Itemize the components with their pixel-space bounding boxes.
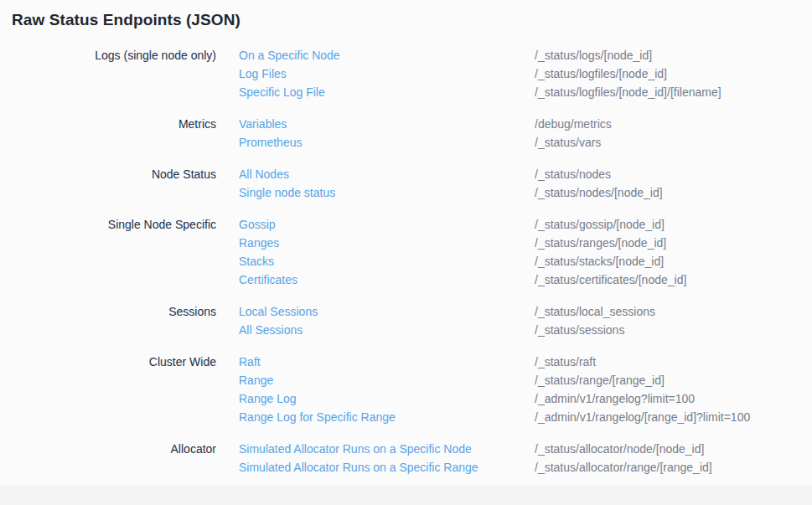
endpoint-link[interactable]: Certificates xyxy=(239,273,297,286)
endpoint-path: /_admin/v1/rangelog?limit=100 xyxy=(535,389,695,408)
endpoint-link-cell: All Nodes xyxy=(239,165,535,183)
endpoint-link-cell: Range Log for Specific Range xyxy=(239,408,535,426)
endpoint-path: /_status/vars xyxy=(535,133,601,152)
endpoint-row: Ranges/_status/ranges/[node_id] xyxy=(0,234,812,252)
endpoint-link[interactable]: Simulated Allocator Runs on a Specific N… xyxy=(239,442,472,456)
endpoint-link[interactable]: Local Sessions xyxy=(239,305,318,318)
endpoint-link[interactable]: Simulated Allocator Runs on a Specific R… xyxy=(239,461,478,474)
endpoint-link-cell: Certificates xyxy=(239,271,535,289)
category-label: Single Node Specific xyxy=(0,215,216,234)
endpoint-path: /_status/range/[range_id] xyxy=(535,371,665,389)
endpoint-section: Logs (single node only)On a Specific Nod… xyxy=(0,46,812,101)
debug-endpoints-page: Raw Status Endpoints (JSON) Logs (single… xyxy=(0,0,812,486)
endpoint-link-cell: Log Files xyxy=(239,64,535,83)
endpoint-path: /_status/raft xyxy=(535,353,596,371)
endpoint-section: Cluster WideRaft/_status/raftRange/_stat… xyxy=(0,353,812,426)
endpoint-path: /_status/nodes/[node_id] xyxy=(535,183,663,202)
endpoint-row: Log Files/_status/logfiles/[node_id] xyxy=(0,64,812,83)
endpoint-path: /_admin/v1/rangelog/[range_id]?limit=100 xyxy=(535,408,750,426)
endpoint-link-cell: Simulated Allocator Runs on a Specific N… xyxy=(239,440,535,458)
category-label: Metrics xyxy=(0,115,216,133)
endpoint-link-cell: Specific Log File xyxy=(239,83,535,101)
category-label: Node Status xyxy=(0,165,216,183)
endpoints-table: Logs (single node only)On a Specific Nod… xyxy=(0,29,812,477)
endpoint-path: /_status/logfiles/[node_id] xyxy=(535,64,667,83)
endpoint-link[interactable]: Variables xyxy=(239,117,287,131)
endpoint-link[interactable]: Stacks xyxy=(239,255,274,268)
endpoint-row: Node StatusAll Nodes/_status/nodes xyxy=(0,165,812,183)
endpoint-link[interactable]: All Sessions xyxy=(239,323,303,337)
endpoint-section: Single Node SpecificGossip/_status/gossi… xyxy=(0,215,812,289)
endpoint-link[interactable]: Prometheus xyxy=(239,136,302,149)
category-label: Logs (single node only) xyxy=(0,46,216,64)
endpoint-link-cell: Stacks xyxy=(239,252,535,271)
endpoint-path: /_status/allocator/range/[range_id] xyxy=(535,458,712,477)
endpoint-row: Specific Log File/_status/logfiles/[node… xyxy=(0,83,812,101)
endpoint-link-cell: Range xyxy=(239,371,535,389)
endpoint-row: MetricsVariables/debug/metrics xyxy=(0,115,812,133)
endpoint-row: Single Node SpecificGossip/_status/gossi… xyxy=(0,215,812,234)
endpoint-path: /_status/ranges/[node_id] xyxy=(535,234,666,252)
endpoint-link-cell: Local Sessions xyxy=(239,302,535,321)
endpoint-path: /_status/logs/[node_id] xyxy=(535,46,652,64)
endpoint-row: Stacks/_status/stacks/[node_id] xyxy=(0,252,812,271)
endpoint-row: Single node status/_status/nodes/[node_i… xyxy=(0,183,812,202)
endpoint-link-cell: Range Log xyxy=(239,389,535,408)
endpoint-link-cell: Gossip xyxy=(239,215,535,234)
category-label: Allocator xyxy=(0,440,216,458)
endpoint-link[interactable]: Ranges xyxy=(239,236,279,250)
endpoint-link-cell: Raft xyxy=(239,353,535,371)
endpoint-link[interactable]: Range Log xyxy=(239,392,297,405)
endpoint-row: Logs (single node only)On a Specific Nod… xyxy=(0,46,812,64)
endpoint-row: Prometheus/_status/vars xyxy=(0,133,812,152)
endpoint-path: /_status/gossip/[node_id] xyxy=(535,215,665,234)
endpoint-row: All Sessions/_status/sessions xyxy=(0,321,812,339)
endpoint-link[interactable]: Gossip xyxy=(239,218,276,231)
endpoint-link-cell: Prometheus xyxy=(239,133,535,152)
endpoint-link[interactable]: Range xyxy=(239,374,273,387)
footer-strip xyxy=(0,486,812,505)
endpoint-row: Range/_status/range/[range_id] xyxy=(0,371,812,389)
endpoint-row: SessionsLocal Sessions/_status/local_ses… xyxy=(0,302,812,321)
page-title: Raw Status Endpoints (JSON) xyxy=(0,0,812,29)
endpoint-path: /_status/nodes xyxy=(535,165,611,183)
endpoint-link[interactable]: Log Files xyxy=(239,67,287,80)
endpoint-row: Range Log for Specific Range/_admin/v1/r… xyxy=(0,408,812,426)
endpoint-row: Cluster WideRaft/_status/raft xyxy=(0,353,812,371)
endpoint-row: Range Log/_admin/v1/rangelog?limit=100 xyxy=(0,389,812,408)
endpoint-link[interactable]: Specific Log File xyxy=(239,85,325,99)
endpoint-section: Node StatusAll Nodes/_status/nodesSingle… xyxy=(0,165,812,202)
endpoint-path: /_status/sessions xyxy=(535,321,624,339)
endpoint-row: AllocatorSimulated Allocator Runs on a S… xyxy=(0,440,812,458)
endpoint-link-cell: On a Specific Node xyxy=(239,46,535,64)
endpoint-path: /_status/stacks/[node_id] xyxy=(535,252,664,271)
endpoint-link[interactable]: Raft xyxy=(239,355,261,368)
endpoint-link-cell: Single node status xyxy=(239,183,535,202)
endpoint-link[interactable]: Single node status xyxy=(239,186,335,199)
endpoint-link-cell: Ranges xyxy=(239,234,535,252)
endpoint-link[interactable]: Range Log for Specific Range xyxy=(239,410,396,424)
endpoint-row: Certificates/_status/certificates/[node_… xyxy=(0,271,812,289)
endpoint-section: AllocatorSimulated Allocator Runs on a S… xyxy=(0,440,812,477)
endpoint-path: /debug/metrics xyxy=(535,115,612,133)
endpoint-path: /_status/allocator/node/[node_id] xyxy=(535,440,704,458)
endpoint-link-cell: Simulated Allocator Runs on a Specific R… xyxy=(239,458,535,477)
endpoint-path: /_status/local_sessions xyxy=(535,302,655,321)
endpoint-path: /_status/logfiles/[node_id]/[filename] xyxy=(535,83,721,101)
endpoint-section: MetricsVariables/debug/metricsPrometheus… xyxy=(0,115,812,152)
endpoint-path: /_status/certificates/[node_id] xyxy=(535,271,686,289)
category-label: Cluster Wide xyxy=(0,353,216,371)
endpoint-row: Simulated Allocator Runs on a Specific R… xyxy=(0,458,812,477)
category-label: Sessions xyxy=(0,302,216,321)
endpoint-link[interactable]: All Nodes xyxy=(239,167,289,181)
endpoint-section: SessionsLocal Sessions/_status/local_ses… xyxy=(0,302,812,339)
endpoint-link-cell: Variables xyxy=(239,115,535,133)
endpoint-link-cell: All Sessions xyxy=(239,321,535,339)
endpoint-link[interactable]: On a Specific Node xyxy=(239,49,340,62)
